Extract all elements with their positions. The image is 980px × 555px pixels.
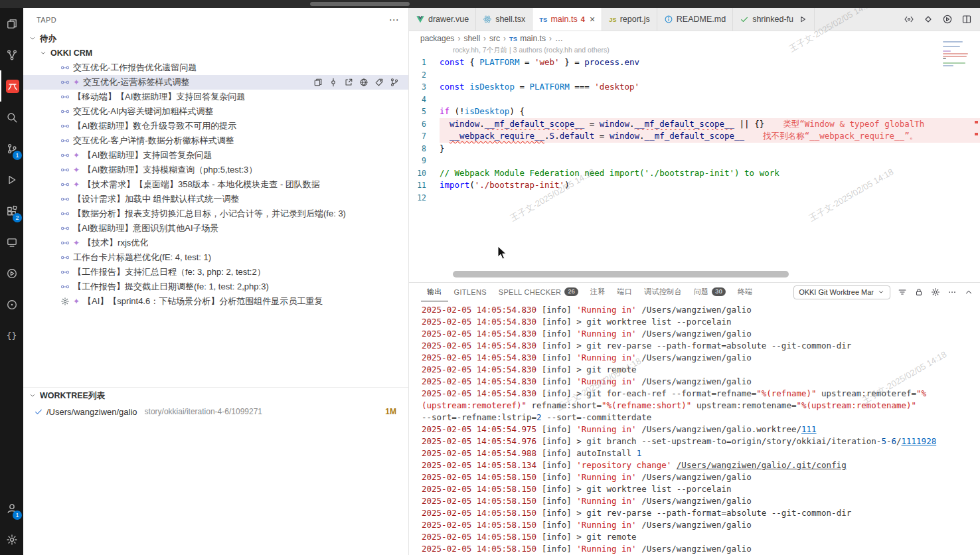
editor-tab-README.md[interactable]: README.md [657, 8, 733, 31]
code-text [440, 94, 980, 106]
copy-action-button[interactable] [313, 78, 323, 87]
task-item[interactable]: 【设计需求】加载中 组件默认样式统一调整 [23, 192, 408, 206]
split-editor-button[interactable] [961, 14, 972, 25]
editor-tab-shrinked-fu[interactable]: shrinked-fu [733, 8, 815, 31]
story-icon [60, 63, 70, 72]
task-item[interactable]: ✦【技术】rxjs优化 [23, 236, 408, 250]
remote-explorer-activity-button[interactable] [0, 226, 23, 258]
open-external-action-button[interactable] [344, 78, 353, 87]
task-item[interactable]: 交互优化-工作报告优化遗留问题 [23, 60, 408, 75]
panel-tab-SPELL CHECKER[interactable]: SPELL CHECKER26 [493, 283, 584, 301]
log-text: 5 [881, 436, 886, 446]
breadcrumb-item[interactable]: src [489, 34, 500, 43]
panel-tab-GITLENS[interactable]: GITLENS [448, 283, 493, 301]
task-item[interactable]: 【工作报告】支持汇总日程（fe: 3, php: 2, test:2） [23, 265, 408, 279]
task-item[interactable]: ✦【AI数据助理】支持回答复杂问题 [23, 148, 408, 163]
task-item[interactable]: ✦交互优化-运营标签样式调整 [23, 75, 408, 90]
log-text [536, 317, 542, 327]
log-link[interactable]: 1111928 [902, 436, 937, 446]
search-activity-button[interactable] [0, 102, 23, 133]
commit-action-button[interactable] [329, 78, 338, 87]
output-channel-select[interactable]: OKKI Git Worktree Mar [793, 285, 890, 299]
task-item[interactable]: 【移动端】【AI数据助理】支持回答复杂问题 [23, 90, 408, 104]
minimap[interactable] [943, 41, 971, 70]
horizontal-scrollbar-thumb[interactable] [310, 2, 410, 6]
tree-group-okki-crm[interactable]: OKKI CRM [23, 46, 408, 60]
code-line[interactable]: 12 [409, 192, 980, 204]
source-control-activity-button[interactable]: 1 [0, 133, 23, 164]
code-line[interactable]: 4 [409, 94, 980, 106]
task-item[interactable]: 交互优化-客户详情-数据分析徽标样式调整 [23, 133, 408, 148]
sparkle-icon: ✦ [73, 297, 80, 306]
code-line[interactable]: 6 window.__mf_default_scope__ = window._… [409, 118, 980, 131]
run-circle-button[interactable] [942, 14, 953, 25]
play-circle-activity-button[interactable] [0, 258, 23, 289]
breadcrumb-item[interactable]: TSmain.ts [509, 34, 546, 43]
braces-activity-button[interactable]: {} [0, 320, 23, 351]
chevron-up-button[interactable] [964, 287, 973, 297]
more-actions-icon[interactable]: ⋯ [389, 14, 399, 26]
worktree-header[interactable]: WORKTREE列表 [23, 388, 408, 404]
panel-tab-调试控制台[interactable]: 调试控制台 [638, 283, 688, 301]
task-item[interactable]: 【AI数据助理】数仓升级导致不可用的提示 [23, 119, 408, 133]
task-item[interactable]: ✦【AI】【sprint4.6：下钻场景分析】分析范围组件显示员工重复 [23, 294, 408, 309]
panel-tab-终端[interactable]: 终端 [732, 283, 759, 301]
task-item[interactable]: 工作台卡片标题栏优化(fE: 4, test: 1) [23, 250, 408, 265]
account-activity-button[interactable]: 1 [0, 493, 23, 524]
log-text: 2025-02-05 14:05:58.150 [422, 508, 536, 518]
panel-tab-问题[interactable]: 问题30 [688, 283, 732, 301]
code-line[interactable]: 3const isDesktop = PLATFORM === 'desktop… [409, 81, 980, 94]
files-activity-button[interactable] [0, 8, 23, 39]
task-item[interactable]: 【AI数据助理】意图识别其他AI子场景 [23, 221, 408, 236]
tree-section-todo[interactable]: 待办 [23, 31, 408, 46]
filter-list-button[interactable] [898, 287, 907, 297]
editor-tab-main.ts[interactable]: TSmain.ts4× [532, 8, 602, 31]
settings-gear-activity-button[interactable] [0, 524, 23, 555]
editor-tab-drawer.vue[interactable]: drawer.vue [409, 8, 476, 31]
task-item[interactable]: ✦【技术需求】【桌面端】358版本 - 本地化模块走查 - 团队数据 [23, 177, 408, 192]
globe-action-button[interactable] [359, 78, 368, 87]
code-line[interactable]: 11import('./bootstrap-init') [409, 179, 980, 192]
lock-button[interactable] [914, 287, 924, 297]
panel-tab-输出[interactable]: 输出 [421, 283, 448, 301]
breadcrumb-item[interactable]: packages [420, 34, 454, 43]
panel-tab-端口[interactable]: 端口 [612, 283, 639, 301]
breadcrumb-item[interactable]: shell [463, 34, 480, 43]
code-line[interactable]: 1const { PLATFORM = 'web' } = process.en… [409, 56, 980, 69]
editor-horizontal-scrollbar[interactable] [453, 271, 789, 278]
run-debug-activity-button[interactable] [0, 164, 23, 195]
worktree-item[interactable]: /Users/wangziwen/galio story/okkiai/iter… [23, 404, 408, 420]
task-item[interactable]: 【工作报告】提交截止日期调整(fe: 1, test: 2,php:3) [23, 279, 408, 294]
log-text: 'Running in' [576, 496, 636, 506]
code-line[interactable]: 10// Webpack Module Federation need impo… [409, 167, 980, 180]
code-line[interactable]: 9 [409, 155, 980, 167]
close-icon[interactable]: × [590, 14, 595, 25]
task-item[interactable]: 【数据分析】报表支持切换汇总目标，小记合计等，并记录到后端(fe: 3) [23, 206, 408, 221]
circle-activity-button[interactable] [0, 289, 23, 320]
log-link[interactable]: 111 [801, 424, 817, 434]
task-item[interactable]: 交互优化-AI内容关键词加粗样式调整 [23, 104, 408, 119]
extensions-activity-button[interactable]: 2 [0, 195, 23, 226]
code-line[interactable]: 8} [409, 143, 980, 155]
log-link[interactable]: /Users/wangziwen/galio/.git/config [677, 460, 847, 470]
task-item[interactable]: ✦【AI数据助理】支持模糊查询（php:5,test:3） [23, 163, 408, 177]
code-line[interactable]: 2 [409, 69, 980, 82]
branch-action-button[interactable] [390, 78, 399, 87]
diamond-button[interactable] [923, 14, 934, 25]
breadcrumb-item[interactable]: … [555, 34, 563, 43]
compare-changes-button[interactable] [904, 14, 914, 25]
graph-activity-button[interactable] [0, 39, 23, 70]
lock-icon [914, 287, 924, 297]
editor-tab-shell.tsx[interactable]: shell.tsx [476, 8, 532, 31]
tapd-activity-button[interactable] [0, 70, 23, 102]
gear-button[interactable] [931, 287, 940, 297]
tag-action-button[interactable] [374, 78, 384, 87]
log-text: [info] [542, 496, 572, 506]
more-button[interactable] [947, 287, 957, 297]
panel-tab-注释[interactable]: 注释 [584, 283, 612, 301]
code-line[interactable]: 7 __webpack_require__.S.default = window… [409, 130, 980, 143]
play-icon-wrap[interactable] [798, 15, 807, 24]
code-editor[interactable]: 1const { PLATFORM = 'web' } = process.en… [409, 56, 980, 204]
code-line[interactable]: 5if (!isDesktop) { [409, 106, 980, 118]
editor-tab-report.js[interactable]: JSreport.js [602, 8, 657, 31]
